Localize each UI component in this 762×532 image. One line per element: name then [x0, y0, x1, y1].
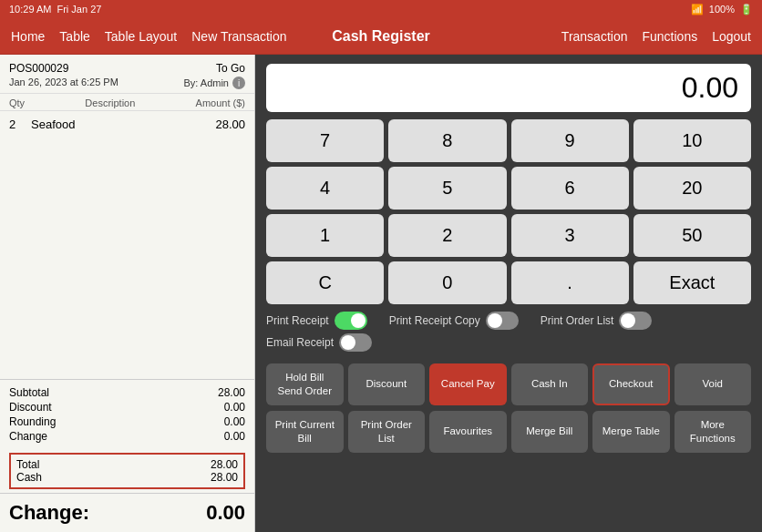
toggle-label-3: Email Receipt	[266, 336, 334, 349]
toggle-label-0: Print Receipt	[266, 314, 329, 327]
hold-bill-button[interactable]: Hold BillSend Order	[266, 363, 344, 405]
receipt-header: POS000029 To Go Jan 26, 2023 at 6:25 PM …	[0, 55, 254, 94]
toggle-label-2: Print Order List	[541, 314, 614, 327]
key-3[interactable]: 3	[511, 214, 629, 257]
merge-bill-button[interactable]: Merge Bill	[511, 411, 589, 453]
key-9[interactable]: 9	[511, 119, 629, 162]
toggle-switch-1[interactable]	[486, 312, 519, 330]
toggle-label-1: Print Receipt Copy	[389, 314, 480, 327]
col-qty: Qty	[9, 97, 25, 108]
key-20[interactable]: 20	[633, 167, 751, 210]
toggle-group-0: Print Receipt	[266, 312, 367, 330]
change-display: Change: 0.00	[0, 493, 254, 532]
toggle-group-1: Print Receipt Copy	[389, 312, 519, 330]
col-headers: Qty Description Amount ($)	[0, 94, 254, 111]
key-2[interactable]: 2	[388, 214, 506, 257]
battery-icon: 🔋	[740, 4, 753, 15]
change-value-small: 0.00	[224, 430, 245, 443]
print-current-bill-button[interactable]: Print Current Bill	[266, 411, 344, 453]
left-panel: POS000029 To Go Jan 26, 2023 at 6:25 PM …	[0, 55, 255, 532]
order-date: Jan 26, 2023 at 6:25 PM	[9, 77, 118, 89]
order-by: By: Admin	[183, 77, 229, 88]
action-row1: Hold BillSend OrderDiscountCancel PayCas…	[255, 359, 762, 408]
discount-button[interactable]: Discount	[348, 363, 426, 405]
nav-transaction[interactable]: Transaction	[561, 29, 628, 44]
display-value: 0.00	[682, 71, 738, 104]
status-date: Fri Jan 27	[57, 4, 101, 15]
subtotal-label: Subtotal	[9, 386, 49, 399]
action-row2: Print Current BillPrint Order ListFavour…	[255, 408, 762, 460]
col-amount: Amount ($)	[196, 97, 245, 108]
key-1[interactable]: 1	[266, 214, 384, 257]
key-50[interactable]: 50	[633, 214, 751, 257]
print-order-list-button[interactable]: Print Order List	[348, 411, 426, 453]
discount-value: 0.00	[224, 401, 245, 414]
checkout-button[interactable]: Checkout	[592, 363, 670, 405]
status-bar: 10:29 AM Fri Jan 27 📶 100% 🔋	[0, 0, 762, 18]
toggle-group-3: Email Receipt	[266, 333, 372, 352]
change-label-large: Change:	[9, 501, 89, 525]
key-4[interactable]: 4	[266, 167, 384, 210]
info-icon: i	[232, 77, 245, 89]
change-value-large: 0.00	[206, 501, 245, 525]
nav-table-layout[interactable]: Table Layout	[105, 29, 177, 44]
merge-table-button[interactable]: Merge Table	[592, 411, 670, 453]
nav-logout[interactable]: Logout	[712, 29, 751, 44]
receipt-totals: Subtotal 28.00 Discount 0.00 Rounding 0.…	[0, 379, 254, 449]
total-value: 28.00	[211, 458, 238, 471]
change-label-small: Change	[9, 430, 47, 443]
nav-home[interactable]: Home	[11, 29, 45, 44]
keypad: 789104562012350C0.Exact	[255, 119, 762, 304]
nav-bar: Home Table Table Layout New Transaction …	[0, 18, 762, 55]
toggle-group-2: Print Order List	[541, 312, 653, 330]
status-time: 10:29 AM	[9, 4, 51, 15]
subtotal-value: 28.00	[218, 386, 245, 399]
item-amount: 28.00	[200, 118, 245, 131]
cancel-pay-button[interactable]: Cancel Pay	[429, 363, 507, 405]
key-7[interactable]: 7	[266, 119, 384, 162]
cash-in-button[interactable]: Cash In	[511, 363, 589, 405]
void-button[interactable]: Void	[674, 363, 752, 405]
calculator-display: 0.00	[266, 64, 751, 112]
key-0[interactable]: 0	[388, 261, 506, 304]
item-desc: Seafood	[31, 118, 200, 131]
battery-status: 100%	[709, 4, 735, 15]
nav-new-transaction[interactable]: New Transaction	[191, 29, 286, 44]
nav-table[interactable]: Table	[59, 29, 89, 44]
cash-value: 28.00	[211, 471, 238, 484]
order-type: To Go	[216, 62, 245, 75]
order-number: POS000029	[9, 62, 68, 75]
key-exact[interactable]: Exact	[633, 261, 751, 304]
nav-title: Cash Register	[332, 28, 430, 45]
receipt-items: 2 Seafood 28.00	[0, 111, 254, 379]
toggle-switch-3[interactable]	[339, 333, 372, 352]
table-row: 2 Seafood 28.00	[9, 115, 245, 134]
main-content: POS000029 To Go Jan 26, 2023 at 6:25 PM …	[0, 55, 762, 532]
right-panel: 0.00 789104562012350C0.Exact Print Recei…	[255, 55, 762, 532]
total-label: Total	[16, 458, 39, 471]
nav-functions[interactable]: Functions	[642, 29, 697, 44]
wifi-icon: 📶	[691, 4, 704, 15]
cash-label: Cash	[16, 471, 42, 484]
toggles-row: Print ReceiptPrint Receipt CopyPrint Ord…	[255, 304, 762, 359]
toggle-switch-0[interactable]	[335, 312, 367, 330]
rounding-value: 0.00	[224, 415, 245, 428]
key-6[interactable]: 6	[511, 167, 629, 210]
total-box: Total 28.00 Cash 28.00	[9, 453, 245, 489]
rounding-label: Rounding	[9, 415, 56, 428]
key-10[interactable]: 10	[633, 119, 751, 162]
discount-label: Discount	[9, 401, 52, 414]
key-8[interactable]: 8	[388, 119, 506, 162]
key-dot[interactable]: .	[511, 261, 629, 304]
key-5[interactable]: 5	[388, 167, 506, 210]
key-c[interactable]: C	[266, 261, 384, 304]
more-functions-button[interactable]: More Functions	[674, 411, 752, 453]
item-qty: 2	[9, 118, 31, 131]
col-desc: Description	[85, 97, 135, 108]
toggle-switch-2[interactable]	[619, 312, 652, 330]
favourites-button[interactable]: Favourites	[429, 411, 507, 453]
